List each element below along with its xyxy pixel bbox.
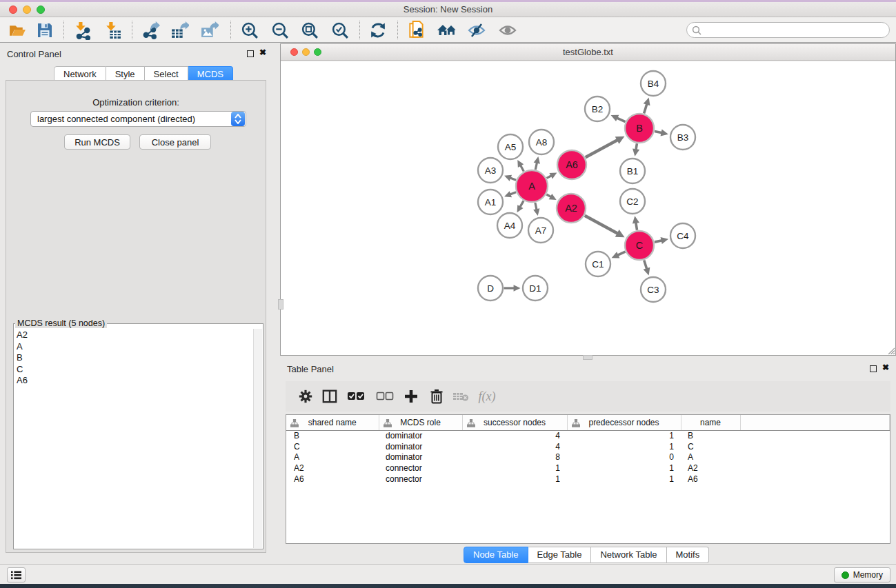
table-cell[interactable]: A2 xyxy=(286,463,379,474)
vertical-scroll-thumb[interactable] xyxy=(278,299,283,310)
search-input[interactable] xyxy=(701,26,889,35)
open-session-button[interactable] xyxy=(7,20,28,41)
graph-edge-C-C1[interactable] xyxy=(617,252,626,255)
graph-node-A1[interactable]: A1 xyxy=(478,190,503,214)
graph-node-B[interactable]: B xyxy=(625,114,654,143)
table-cell[interactable]: connector xyxy=(379,474,462,485)
table-cell[interactable]: B xyxy=(681,430,740,441)
graph-node-A7[interactable]: A7 xyxy=(528,218,553,243)
table-row[interactable]: A6connector11A6 xyxy=(286,474,890,485)
table-cell[interactable]: C xyxy=(286,441,379,452)
tab-motifs[interactable]: Motifs xyxy=(667,547,710,563)
table-options-button[interactable] xyxy=(295,386,317,407)
graph-edge-A-A8[interactable] xyxy=(535,162,537,170)
graph-node-D1[interactable]: D1 xyxy=(523,276,548,301)
list-item[interactable]: B xyxy=(17,352,28,364)
add-column-button[interactable] xyxy=(400,386,422,407)
list-item[interactable]: A xyxy=(17,341,28,353)
graph-edge-A2-C[interactable] xyxy=(585,216,618,234)
optimization-criterion-select[interactable]: largest connected component (directed) xyxy=(30,111,246,127)
table-cell[interactable]: 4 xyxy=(462,430,567,441)
deselect-all-button[interactable] xyxy=(374,386,396,407)
float-panel-icon[interactable] xyxy=(870,365,877,372)
zoom-in-button[interactable] xyxy=(239,20,260,41)
graph-node-A5[interactable]: A5 xyxy=(498,134,523,159)
graph-node-B4[interactable]: B4 xyxy=(641,71,666,96)
graph-edge-A-A5[interactable] xyxy=(520,165,524,171)
table-cell[interactable]: connector xyxy=(379,463,462,474)
graph-edge-C-C2[interactable] xyxy=(636,222,637,230)
list-item[interactable]: A2 xyxy=(17,330,28,341)
column-header-name[interactable]: name xyxy=(681,415,740,430)
column-header-mcds-role[interactable]: MCDS role xyxy=(379,415,462,430)
graph-node-D[interactable]: D xyxy=(478,276,503,301)
table-cell[interactable]: A6 xyxy=(681,474,740,485)
float-panel-icon[interactable] xyxy=(247,50,254,57)
graph-edge-C-C3[interactable] xyxy=(644,260,647,269)
zoom-fit-button[interactable] xyxy=(299,20,320,41)
network-canvas[interactable]: B4B2BB3A5A8A6B1A3AA1C2A2A4A7C4CC1C3DD1 xyxy=(281,61,895,355)
table-row[interactable]: A2connector11A2 xyxy=(286,463,890,474)
graph-node-C1[interactable]: C1 xyxy=(586,252,610,276)
memory-button[interactable]: Memory xyxy=(834,567,890,582)
table-cell[interactable]: 4 xyxy=(462,441,567,452)
network-from-file-button[interactable] xyxy=(406,20,427,41)
tab-edge-table[interactable]: Edge Table xyxy=(528,547,592,563)
column-header-predecessor-nodes[interactable]: predecessor nodes xyxy=(567,415,681,430)
zoom-out-button[interactable] xyxy=(270,20,290,41)
resize-grip-icon[interactable] xyxy=(886,346,895,354)
import-network-button[interactable] xyxy=(72,20,92,41)
select-all-button[interactable] xyxy=(345,386,367,407)
close-panel-icon[interactable]: ✖ xyxy=(882,363,889,372)
graph-node-A[interactable]: A xyxy=(516,170,548,202)
graph-node-A8[interactable]: A8 xyxy=(529,130,554,154)
hide-details-button[interactable] xyxy=(466,20,487,41)
graph-edge-B-B4[interactable] xyxy=(644,103,647,113)
table-cell[interactable]: 1 xyxy=(462,474,567,485)
graph-edge-A-A7[interactable] xyxy=(535,203,537,210)
table-cell[interactable]: A xyxy=(286,452,379,463)
tab-network-table[interactable]: Network Table xyxy=(591,547,666,563)
table-cell[interactable]: A2 xyxy=(681,463,740,474)
graph-node-C4[interactable]: C4 xyxy=(670,223,695,248)
export-table-button[interactable] xyxy=(169,20,190,41)
table-cell[interactable]: dominator xyxy=(379,452,462,463)
graph-node-C3[interactable]: C3 xyxy=(641,277,666,302)
graph-node-A6[interactable]: A6 xyxy=(557,150,586,179)
graph-node-B1[interactable]: B1 xyxy=(620,159,645,183)
import-table-button[interactable] xyxy=(102,20,123,41)
table-row[interactable]: Cdominator41C xyxy=(286,441,890,452)
result-scrollbar[interactable] xyxy=(253,329,262,548)
graph-node-C2[interactable]: C2 xyxy=(620,189,645,214)
table-cell[interactable]: C xyxy=(681,441,740,452)
list-item[interactable]: A6 xyxy=(17,375,28,387)
graph-node-B3[interactable]: B3 xyxy=(670,125,695,150)
zoom-selected-button[interactable] xyxy=(330,20,350,41)
graph-node-A3[interactable]: A3 xyxy=(478,158,503,183)
graph-edge-B-B2[interactable] xyxy=(617,118,626,122)
delete-table-button[interactable] xyxy=(450,386,472,407)
table-cell[interactable]: dominator xyxy=(379,430,462,441)
table-cell[interactable]: 1 xyxy=(567,441,681,452)
graph-edge-A6-B[interactable] xyxy=(586,140,618,157)
table-cell[interactable]: 0 xyxy=(567,452,681,463)
graph-node-A2[interactable]: A2 xyxy=(557,194,586,223)
graph-node-B2[interactable]: B2 xyxy=(585,97,610,121)
graph-node-A4[interactable]: A4 xyxy=(497,213,522,238)
table-row[interactable]: Bdominator41B xyxy=(286,430,890,441)
home-apps-button[interactable] xyxy=(437,20,457,41)
close-panel-button[interactable]: Close panel xyxy=(139,134,211,150)
list-item[interactable]: C xyxy=(17,364,28,376)
save-session-button[interactable] xyxy=(34,20,55,41)
column-header-shared-name[interactable]: shared name xyxy=(286,415,379,430)
table-cell[interactable]: B xyxy=(286,430,379,441)
graph-edge-A-A4[interactable] xyxy=(520,201,524,207)
run-mcds-button[interactable]: Run MCDS xyxy=(64,134,130,150)
table-cell[interactable]: A6 xyxy=(286,474,379,485)
task-history-button[interactable] xyxy=(7,567,26,582)
table-row[interactable]: Adominator80A xyxy=(286,452,890,463)
graph-edge-B-B3[interactable] xyxy=(655,132,662,133)
table-cell[interactable]: dominator xyxy=(379,441,462,452)
export-network-button[interactable] xyxy=(140,20,161,41)
close-panel-icon[interactable]: ✖ xyxy=(259,48,266,57)
